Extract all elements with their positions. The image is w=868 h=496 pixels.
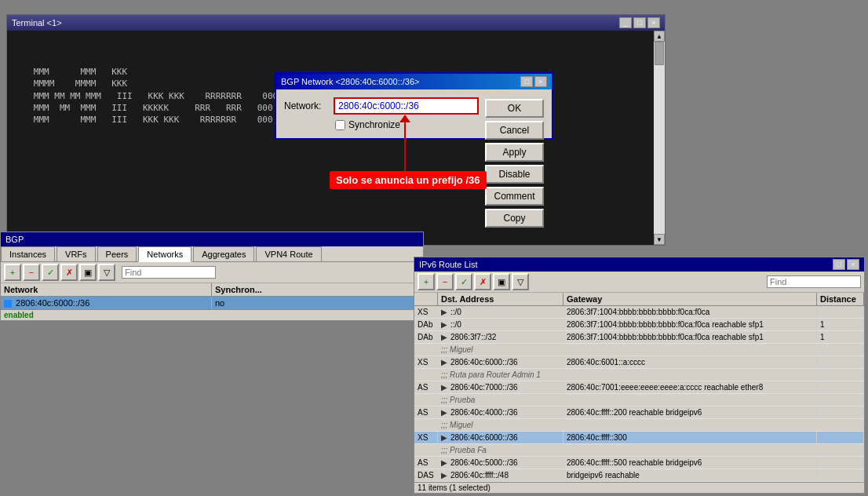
type-cell: AS — [414, 407, 438, 418]
ipv6-close-button[interactable]: × — [847, 259, 859, 270]
filter-button[interactable]: ▽ — [98, 264, 115, 281]
ipv6-table-header: Dst. Address Gateway Distance — [414, 293, 864, 306]
group-label-text: ;;; Prueba — [438, 394, 864, 406]
apply-button[interactable]: Apply — [485, 143, 544, 162]
group-label-prueba-fa: ;;; Prueba Fa — [414, 444, 864, 457]
scroll-up-arrow[interactable]: ▲ — [654, 31, 665, 42]
copy-button[interactable]: Copy — [485, 209, 544, 228]
type-cell — [414, 394, 438, 406]
distance-cell — [817, 432, 864, 443]
type-cell: DAb — [414, 331, 438, 343]
terminal-close-button[interactable]: × — [647, 17, 660, 28]
table-row[interactable]: AS ▶2806:40c:4000::/36 2806:40c:ffff::20… — [414, 407, 864, 419]
ipv6-disable-button[interactable]: ✗ — [474, 273, 491, 290]
distance-column-header: Distance — [817, 293, 864, 305]
distance-cell: 1 — [817, 319, 864, 330]
ok-button[interactable]: OK — [485, 99, 544, 118]
distance-cell — [817, 407, 864, 418]
disable-button[interactable]: ✗ — [60, 264, 78, 281]
table-row[interactable]: AS ▶2806:40c:5000::/36 2806:40c:ffff::50… — [414, 457, 864, 469]
address-cell: ▶::/0 — [438, 319, 563, 330]
type-cell: XS — [414, 356, 438, 368]
tab-networks[interactable]: Networks — [138, 246, 191, 262]
remove-button[interactable]: − — [23, 264, 40, 281]
terminal-scrollbar[interactable]: ▲ ▼ — [654, 31, 665, 245]
gateway-cell: 2806:40c:6001::a:cccc — [563, 356, 817, 368]
group-label-text: ;;; Ruta para Router Admin 1 — [438, 369, 864, 381]
disable-button[interactable]: Disable — [485, 165, 544, 184]
distance-cell — [817, 469, 864, 481]
tab-aggregates[interactable]: Aggregates — [193, 246, 254, 261]
ipv6-enable-button[interactable]: ✓ — [455, 273, 472, 290]
bgp-dialog-title: BGP Network <2806:40c:6000::/36> — [281, 77, 420, 86]
address-cell: ▶2806:40c:6000::/36 — [438, 432, 563, 443]
type-cell — [414, 444, 438, 456]
distance-cell — [817, 356, 864, 368]
bgp-network-dialog: BGP Network <2806:40c:6000::/36> □ × Net… — [275, 72, 553, 140]
bgp-toolbar: + − ✓ ✗ ▣ ▽ — [1, 262, 423, 283]
bgp-dialog-close-button[interactable]: × — [534, 76, 547, 87]
table-row[interactable]: AS ▶2806:40c:7000::/36 2806:40c:7001:eee… — [414, 381, 864, 394]
address-cell: ▶2806:40c:6000::/36 — [438, 356, 563, 368]
terminal-titlebar-buttons: _ □ × — [619, 17, 660, 28]
enable-button[interactable]: ✓ — [42, 264, 59, 281]
type-cell: DAS — [414, 469, 438, 481]
cancel-button[interactable]: Cancel — [485, 121, 544, 140]
type-cell — [414, 419, 438, 431]
group-label-miguel-2: ;;; Miguel — [414, 419, 864, 432]
ipv6-filter-button[interactable]: ▽ — [512, 273, 529, 290]
scrollbar-thumb[interactable] — [655, 42, 664, 65]
tab-instances[interactable]: Instances — [1, 246, 55, 261]
synchronize-label: Synchronize — [348, 119, 400, 130]
ipv6-route-list-window: IPv6 Route List □ × + − ✓ ✗ ▣ ▽ Dst. Add… — [414, 257, 865, 494]
bgp-dialog-maximize-button[interactable]: □ — [520, 76, 533, 87]
sync-cell: no — [212, 297, 423, 309]
address-cell: ▶2806:40c:5000::/36 — [438, 457, 563, 469]
annotation: Solo se anuncia un prefijo /36 — [330, 171, 487, 189]
tab-vpn4route[interactable]: VPN4 Route — [256, 246, 321, 261]
group-label-text: ;;; Prueba Fa — [438, 444, 864, 456]
bgp-main-window: BGP Instances VRFs Peers Networks Aggreg… — [0, 232, 424, 321]
table-row[interactable]: DAb ▶2806:3f7::/32 2806:3f7:1004:bbbb:bb… — [414, 331, 864, 344]
ipv6-title: IPv6 Route List — [419, 260, 478, 269]
scrollbar-track — [654, 42, 665, 234]
terminal-maximize-button[interactable]: □ — [633, 17, 646, 28]
ipv6-settings-button[interactable]: ▣ — [493, 273, 510, 290]
scroll-down-arrow[interactable]: ▼ — [654, 234, 665, 245]
bgp-main-titlebar: BGP — [1, 232, 423, 246]
tab-vrfs[interactable]: VRFs — [57, 246, 96, 261]
ipv6-find-input[interactable] — [767, 275, 861, 288]
ipv6-status-text: 11 items (1 selected) — [418, 483, 491, 492]
ipv6-remove-button[interactable]: − — [436, 273, 454, 290]
table-row[interactable]: DAS ▶2806:40c:ffff::/48 bridgeipv6 reach… — [414, 469, 864, 482]
network-column-header: Network — [1, 283, 212, 296]
terminal-minimize-button[interactable]: _ — [619, 17, 632, 28]
type-column-header — [414, 293, 438, 305]
table-row[interactable]: DAb ▶::/0 2806:3f7:1004:bbbb:bbbb:bbbb:f… — [414, 319, 864, 331]
ipv6-add-button[interactable]: + — [418, 273, 435, 290]
distance-cell — [817, 457, 864, 469]
address-cell: ▶2806:40c:7000::/36 — [438, 381, 563, 393]
type-cell: XS — [414, 306, 438, 318]
bgp-dialog-title-buttons: □ × — [520, 76, 547, 87]
tab-peers[interactable]: Peers — [97, 246, 137, 261]
table-row[interactable]: XS ▶2806:40c:6000::/36 2806:40c:6001::a:… — [414, 356, 864, 369]
table-row[interactable]: 2806:40c:6000::/36 no — [1, 297, 423, 309]
comment-button[interactable]: Comment — [485, 187, 544, 206]
bgp-tabs: Instances VRFs Peers Networks Aggregates… — [1, 246, 423, 262]
table-row-highlighted[interactable]: XS ▶2806:40c:6000::/36 2806:40c:ffff::30… — [414, 432, 864, 444]
ipv6-maximize-button[interactable]: □ — [833, 259, 845, 270]
table-row[interactable]: XS ▶::/0 2806:3f7:1004:bbbb:bbbb:bbbb:f0… — [414, 306, 864, 319]
network-input[interactable] — [334, 97, 479, 115]
group-label-text: ;;; Miguel — [438, 344, 864, 356]
gateway-cell: 2806:40c:ffff::300 — [563, 432, 817, 443]
gateway-column-header: Gateway — [563, 293, 817, 305]
synchronize-checkbox[interactable] — [335, 120, 345, 130]
gateway-cell: 2806:40c:ffff::200 reachable bridgeipv6 — [563, 407, 817, 418]
find-input[interactable] — [122, 266, 216, 279]
distance-cell — [817, 306, 864, 318]
settings-button[interactable]: ▣ — [79, 264, 97, 281]
gateway-cell: 2806:3f7:1004:bbbb:bbbb:bbbb:f0ca:f0ca r… — [563, 331, 817, 343]
terminal-titlebar: Terminal <1> _ □ × — [7, 15, 665, 31]
add-button[interactable]: + — [4, 264, 21, 281]
